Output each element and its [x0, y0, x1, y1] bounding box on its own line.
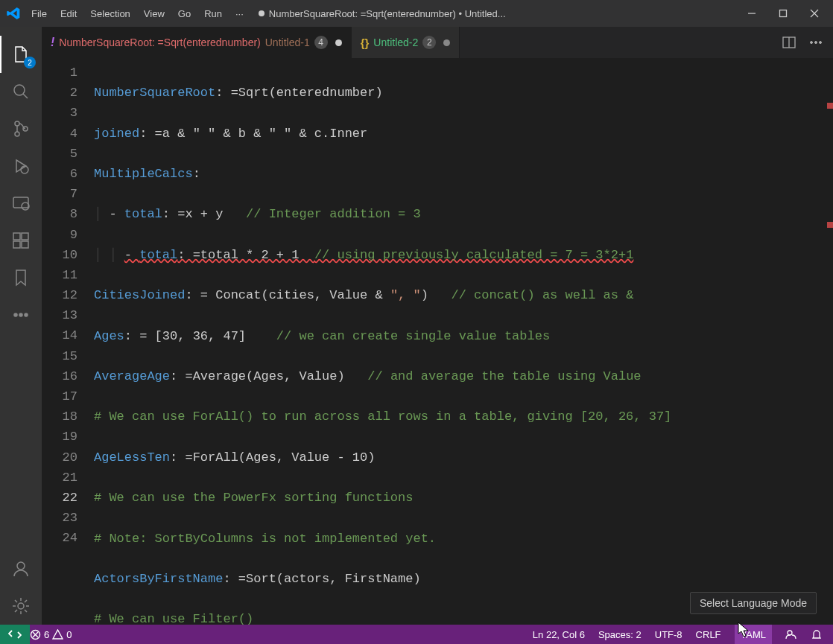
feedback-icon[interactable] [785, 628, 797, 640]
tab-filename: Untitled-1 [265, 36, 310, 48]
problems-button[interactable]: 6 0 [30, 629, 72, 640]
settings-gear-icon[interactable] [0, 587, 42, 625]
svg-line-5 [23, 94, 28, 98]
minimize-icon[interactable] [747, 8, 757, 19]
tab-untitled-1[interactable]: ! NumberSquareRoot: =Sqrt(enterednumber)… [42, 27, 352, 58]
close-icon[interactable] [809, 8, 820, 19]
window-controls [747, 8, 827, 19]
explorer-icon[interactable]: 2 [0, 36, 42, 73]
remote-button[interactable] [0, 625, 30, 644]
menu-file[interactable]: File [31, 8, 47, 19]
svg-point-25 [815, 42, 817, 44]
tab-actions [782, 27, 833, 58]
accounts-icon[interactable] [0, 550, 42, 587]
split-editor-icon[interactable] [782, 36, 796, 49]
yaml-file-icon: ! [51, 36, 54, 49]
svg-point-20 [17, 562, 25, 570]
svg-marker-32 [738, 622, 748, 637]
more-icon[interactable] [0, 296, 42, 334]
tab-label: NumberSquareRoot: =Sqrt(enterednumber) [59, 36, 260, 48]
source-control-icon[interactable] [0, 110, 42, 147]
editor-body[interactable]: 12345 678910 1112131415 1617181920 21222… [42, 58, 833, 625]
svg-point-19 [25, 313, 28, 316]
notifications-bell-icon[interactable] [811, 628, 823, 640]
activity-bar: 2 [0, 27, 42, 625]
explorer-badge: 2 [24, 57, 36, 68]
more-actions-icon[interactable] [809, 36, 823, 49]
menu-view[interactable]: View [144, 8, 165, 19]
svg-point-26 [820, 42, 822, 44]
svg-point-4 [14, 85, 25, 95]
maximize-icon[interactable] [778, 8, 788, 19]
svg-marker-30 [53, 630, 63, 639]
json-file-icon: {} [361, 36, 370, 49]
tab-problems-badge: 4 [314, 36, 328, 49]
title-bar: File Edit Selection View Go Run ··· Numb… [0, 0, 833, 27]
remote-explorer-icon[interactable] [0, 185, 42, 222]
line-gutter: 12345 678910 1112131415 1617181920 21222… [42, 58, 94, 625]
language-mode-tooltip: Select Language Mode [690, 592, 817, 614]
vscode-logo-icon [6, 6, 21, 21]
svg-rect-14 [22, 233, 28, 240]
encoding[interactable]: UTF-8 [655, 629, 682, 640]
indent-setting[interactable]: Spaces: 2 [598, 629, 642, 640]
svg-point-17 [14, 313, 17, 316]
eol[interactable]: CRLF [696, 629, 721, 640]
menu-selection[interactable]: Selection [90, 8, 130, 19]
menu-overflow-icon[interactable]: ··· [235, 8, 244, 19]
svg-rect-15 [13, 241, 20, 248]
tab-problems-badge: 2 [422, 36, 436, 49]
cursor-position[interactable]: Ln 22, Col 6 [533, 629, 585, 640]
bookmark-icon[interactable] [0, 259, 42, 296]
dirty-dot-icon [335, 39, 342, 46]
mouse-pointer-icon [738, 622, 751, 641]
svg-rect-16 [22, 241, 28, 248]
code-content[interactable]: NumberSquareRoot: =Sqrt(enterednumber) j… [94, 58, 833, 625]
dirty-dot-icon [443, 39, 450, 46]
svg-point-21 [18, 603, 24, 609]
svg-point-18 [19, 313, 22, 316]
warning-count: 0 [66, 629, 72, 640]
window-title-text: NumberSquareRoot: =Sqrt(enterednumber) •… [269, 8, 506, 19]
run-debug-icon[interactable] [0, 147, 42, 185]
svg-point-6 [15, 121, 19, 126]
editor-tabs: ! NumberSquareRoot: =Sqrt(enterednumber)… [42, 27, 833, 58]
svg-point-24 [811, 42, 813, 44]
menu-bar: File Edit Selection View Go Run ··· [31, 8, 244, 19]
overview-ruler[interactable] [823, 58, 833, 625]
extensions-icon[interactable] [0, 222, 42, 259]
svg-rect-13 [13, 233, 20, 240]
menu-go[interactable]: Go [178, 8, 191, 19]
svg-rect-1 [780, 10, 787, 17]
window-title: NumberSquareRoot: =Sqrt(enterednumber) •… [259, 8, 747, 19]
menu-run[interactable]: Run [204, 8, 222, 19]
tab-untitled-2[interactable]: {} Untitled-2 2 [352, 27, 460, 58]
svg-point-31 [788, 631, 792, 635]
dirty-indicator-icon [259, 10, 265, 16]
error-count: 6 [44, 629, 49, 640]
search-icon[interactable] [0, 73, 42, 110]
svg-point-7 [15, 132, 19, 136]
status-bar: 6 0 Ln 22, Col 6 Spaces: 2 UTF-8 CRLF YA… [0, 625, 833, 644]
tab-filename: Untitled-2 [373, 36, 418, 48]
menu-edit[interactable]: Edit [60, 8, 77, 19]
